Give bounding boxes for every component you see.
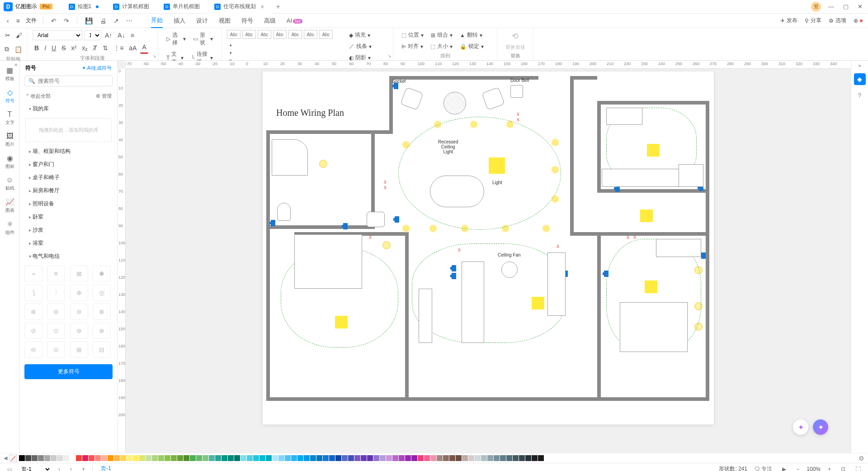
- recessed-light[interactable]: [403, 142, 409, 148]
- recessed-light[interactable]: [552, 167, 558, 173]
- align-arrange-button[interactable]: ⊫ 对齐▾: [399, 41, 426, 52]
- cat-tables[interactable]: 桌子和椅子: [20, 171, 117, 184]
- publish-button[interactable]: ✈发布: [780, 17, 797, 24]
- color-swatch[interactable]: [139, 455, 145, 461]
- ribbon-tab-symbol[interactable]: 符号: [241, 14, 253, 28]
- symbol-item[interactable]: ⌁: [24, 266, 42, 282]
- outlet[interactable]: [452, 273, 456, 279]
- paste-button[interactable]: 📋: [13, 44, 24, 55]
- magic-button[interactable]: ✦: [793, 419, 808, 435]
- color-swatch[interactable]: [297, 455, 303, 461]
- expand-right-icon[interactable]: »: [858, 62, 861, 69]
- outlet[interactable]: [701, 252, 706, 259]
- symbol-item[interactable]: ✕: [47, 266, 65, 282]
- fullscreen-button[interactable]: ⛶: [853, 465, 863, 471]
- options-button[interactable]: ⚙选项: [829, 17, 846, 24]
- collapse-left-icon[interactable]: «: [14, 62, 18, 68]
- tab-mcu[interactable]: D单片机框图: [156, 0, 207, 14]
- label-doorbell[interactable]: Door Bell: [510, 78, 529, 83]
- color-swatch[interactable]: [405, 455, 411, 461]
- lt-images[interactable]: 🖼图片: [1, 129, 19, 150]
- search-input[interactable]: [38, 78, 108, 84]
- color-swatch[interactable]: [424, 455, 430, 461]
- recessed-light[interactable]: [462, 225, 468, 232]
- cut-button[interactable]: ✂: [3, 30, 12, 41]
- color-swatch[interactable]: [259, 455, 265, 461]
- manage-button[interactable]: ⚙ 管理: [96, 93, 112, 100]
- switch[interactable]: S: [458, 247, 461, 252]
- cat-mylib[interactable]: 我的库: [20, 102, 117, 115]
- lamp[interactable]: [382, 241, 391, 249]
- color-swatch[interactable]: [475, 455, 481, 461]
- symbol-item[interactable]: ⊖: [24, 342, 42, 358]
- export-button[interactable]: ↗: [112, 16, 120, 26]
- light-fixture[interactable]: [640, 209, 653, 222]
- ribbon-tab-design[interactable]: 设计: [196, 14, 208, 28]
- symbol-item[interactable]: ⊕: [70, 285, 88, 301]
- recessed-light[interactable]: [507, 121, 513, 128]
- wall[interactable]: [389, 76, 393, 130]
- furniture-sink[interactable]: [367, 212, 385, 227]
- outlet[interactable]: [271, 220, 275, 226]
- color-swatch[interactable]: [335, 455, 341, 461]
- color-swatch[interactable]: [481, 455, 487, 461]
- italic-button[interactable]: I: [42, 43, 48, 53]
- flip-button[interactable]: ▲ 翻转▾: [457, 30, 485, 40]
- color-swatch[interactable]: [418, 455, 424, 461]
- format-painter-button[interactable]: 🖌: [14, 30, 24, 41]
- bold-button[interactable]: B: [33, 43, 41, 53]
- symbol-item[interactable]: ✱: [93, 266, 111, 282]
- color-swatch[interactable]: [247, 455, 253, 461]
- color-swatch[interactable]: [323, 455, 329, 461]
- font-family-select[interactable]: Arial: [33, 30, 82, 40]
- recessed-light[interactable]: [403, 225, 409, 232]
- wall[interactable]: [570, 232, 708, 236]
- fit-page-button[interactable]: ⊡: [838, 465, 848, 471]
- wall[interactable]: [597, 101, 601, 191]
- light-fixture[interactable]: [532, 297, 544, 309]
- wall[interactable]: [266, 225, 375, 229]
- color-prev-icon[interactable]: ◀: [4, 455, 7, 461]
- cat-windows[interactable]: 窗户和门: [20, 158, 117, 171]
- recessed-light[interactable]: [434, 121, 441, 128]
- color-swatch[interactable]: [152, 455, 158, 461]
- color-swatch[interactable]: [348, 455, 354, 461]
- undo-button[interactable]: ↶: [50, 16, 58, 26]
- user-avatar[interactable]: 登: [811, 2, 821, 12]
- symbol-item[interactable]: ⊞: [70, 342, 88, 358]
- furniture-shelf[interactable]: [419, 289, 432, 343]
- color-swatch[interactable]: [177, 455, 183, 461]
- color-swatch[interactable]: [437, 455, 443, 461]
- color-swatch[interactable]: [266, 455, 272, 461]
- recessed-light[interactable]: [552, 139, 558, 146]
- color-swatch[interactable]: [380, 455, 386, 461]
- color-swatch[interactable]: [114, 455, 120, 461]
- page-tab[interactable]: 页-1: [97, 463, 115, 471]
- cat-lighting[interactable]: 照明设备: [20, 197, 117, 210]
- superscript-button[interactable]: x²: [69, 43, 78, 53]
- outlet[interactable]: [604, 271, 609, 277]
- furniture-doorbell[interactable]: [510, 85, 523, 98]
- style-preset[interactable]: Abc: [304, 30, 317, 39]
- switch[interactable]: S: [384, 185, 387, 190]
- switch[interactable]: S: [517, 111, 519, 117]
- close-window-button[interactable]: ✕: [856, 1, 864, 12]
- case-button[interactable]: aA: [127, 43, 138, 53]
- wall[interactable]: [570, 76, 574, 234]
- furniture-cabinets[interactable]: [656, 239, 701, 257]
- style-preset[interactable]: Abc: [227, 30, 241, 39]
- wall[interactable]: [706, 101, 709, 400]
- canvas-viewport[interactable]: Home Wiring Plan Soc: [126, 69, 851, 453]
- symbol-item[interactable]: ⟆: [24, 285, 42, 301]
- symbol-item[interactable]: ⊖: [47, 304, 65, 320]
- wall[interactable]: [597, 101, 708, 105]
- color-swatch[interactable]: [234, 455, 240, 461]
- outlet[interactable]: [343, 223, 348, 229]
- color-swatch[interactable]: [108, 455, 113, 461]
- furniture-dining-table[interactable]: [430, 176, 484, 207]
- font-color-button[interactable]: A: [140, 42, 148, 54]
- group-launcher-icon[interactable]: ↘: [152, 53, 156, 58]
- cat-bedroom[interactable]: 卧室: [20, 210, 117, 224]
- color-swatch[interactable]: [184, 455, 189, 461]
- replace-shape-button[interactable]: 替换形状: [505, 44, 525, 51]
